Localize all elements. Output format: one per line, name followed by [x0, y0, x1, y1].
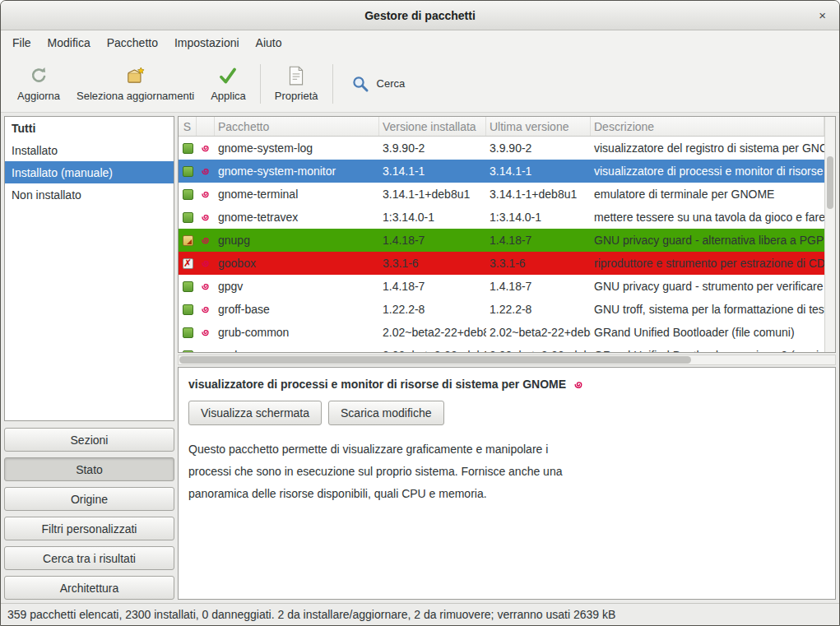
column-header-package[interactable]: Pacchetto — [215, 117, 379, 136]
view-button[interactable]: Origine — [4, 487, 174, 511]
main-content: Tutti Installato Installato (manuale) No… — [1, 113, 839, 603]
window-title: Gestore di pacchetti — [364, 9, 476, 22]
view-button[interactable]: Stato — [4, 457, 174, 481]
package-description: mettere tessere su una tavola da gioco e… — [591, 211, 824, 224]
debian-swirl-icon — [200, 142, 211, 154]
menu-item[interactable]: Modifica — [39, 30, 99, 55]
toolbar: Aggiorna Seleziona aggiornamenti Applica… — [1, 55, 839, 113]
table-row[interactable]: gnome-system-monitor 3.14.1-1 3.14.1-1 v… — [179, 160, 824, 183]
filter-item[interactable]: Tutti — [5, 117, 174, 139]
table-row[interactable]: gnome-terminal 3.14.1-1+deb8u1 3.14.1-1+… — [179, 183, 824, 206]
package-name: gnome-system-monitor — [215, 165, 379, 178]
view-button[interactable]: Filtri personalizzati — [4, 517, 174, 540]
refresh-label: Aggiorna — [17, 90, 60, 102]
table-row[interactable]: gpgv 1.4.18-7 1.4.18-7 GNU privacy guard… — [179, 275, 824, 298]
package-status-icon[interactable] — [183, 281, 193, 292]
table-row[interactable]: goobox 3.3.1-6 3.3.1-6 riproduttore e st… — [179, 252, 824, 275]
table-row[interactable]: grub-common 2.02~beta2-22+deb8u1 2.02~be… — [179, 321, 824, 344]
search-button[interactable]: Cerca — [339, 67, 417, 100]
table-main: S Pacchetto Versione installata Ultima v… — [179, 117, 824, 352]
package-status-icon[interactable] — [183, 166, 193, 177]
package-installed-version: 1.4.18-7 — [379, 280, 486, 293]
menu-item[interactable]: Pacchetto — [99, 30, 166, 55]
package-name: goobox — [215, 257, 379, 270]
view-button-label: Cerca tra i risultati — [43, 552, 136, 565]
description-line: processi che sono in esecuzione sul prop… — [188, 461, 825, 483]
debian-swirl-icon — [200, 234, 211, 246]
debian-swirl-icon — [200, 165, 211, 177]
view-button[interactable]: Cerca tra i risultati — [4, 546, 174, 570]
statusbar: 359 pacchetti elencati, 2300 installati,… — [1, 603, 839, 625]
checkmark-icon — [217, 65, 239, 86]
package-status-icon[interactable] — [183, 189, 193, 200]
mark-upgrades-label: Seleziona aggiornamenti — [77, 90, 194, 102]
menubar: File Modifica Pacchetto Impostazioni Aiu… — [1, 30, 839, 55]
package-upgrade-icon — [125, 65, 146, 86]
package-name: grub-pc — [215, 349, 379, 352]
package-status-icon[interactable] — [183, 327, 193, 338]
package-name: gnome-system-log — [215, 141, 379, 155]
horizontal-scrollbar-thumb[interactable] — [179, 356, 691, 364]
filter-item-label: Tutti — [12, 122, 35, 135]
view-button[interactable]: Sezioni — [4, 428, 174, 452]
filter-item-label: Installato — [12, 144, 58, 157]
package-installed-version: 3.9.90-2 — [379, 141, 486, 155]
menu-item[interactable]: Aiuto — [248, 30, 290, 55]
package-status-icon[interactable] — [183, 350, 193, 353]
vertical-scrollbar[interactable] — [824, 117, 835, 352]
description-line: panoramica delle risorse disponibili, qu… — [188, 483, 825, 505]
package-installed-version: 2.02~beta2-22+deb8u1 — [379, 349, 486, 352]
details-panel: visualizzatore di processi e monitor di … — [178, 367, 836, 600]
package-installed-version: 1.4.18-7 — [379, 234, 486, 247]
filter-item[interactable]: Installato (manuale) — [5, 161, 174, 183]
package-name: gnome-terminal — [215, 188, 379, 201]
mark-upgrades-button[interactable]: Seleziona aggiornamenti — [68, 58, 202, 109]
debian-swirl-icon — [200, 327, 211, 338]
menu-item[interactable]: Impostazioni — [166, 30, 248, 55]
filter-item[interactable]: Non installato — [5, 183, 174, 206]
view-button[interactable]: Architettura — [4, 576, 174, 600]
package-description: emulatore di terminale per GNOME — [591, 188, 824, 201]
package-status-icon[interactable] — [183, 212, 193, 223]
search-label: Cerca — [377, 77, 406, 90]
package-status-icon[interactable] — [183, 258, 193, 269]
apply-label: Applica — [211, 90, 246, 102]
column-header-installed-version[interactable]: Versione installata — [379, 117, 486, 136]
package-status-icon[interactable] — [183, 143, 193, 154]
package-latest-version: 2.02~beta2-22+deb8u1 — [486, 326, 591, 339]
changelog-button[interactable]: Scarica modifiche — [328, 401, 444, 425]
package-name: gnupg — [215, 234, 379, 247]
titlebar[interactable]: Gestore di pacchetti × — [1, 1, 839, 30]
package-latest-version: 2.02~beta2-22+deb8u1 — [486, 349, 591, 352]
table-header: S Pacchetto Versione installata Ultima v… — [179, 117, 824, 137]
filter-list: Tutti Installato Installato (manuale) No… — [4, 116, 174, 421]
menu-item[interactable]: File — [4, 30, 39, 55]
properties-button[interactable]: Proprietà — [267, 58, 327, 109]
package-status-icon[interactable] — [183, 235, 193, 246]
close-button[interactable]: × — [815, 1, 829, 30]
package-latest-version: 1.22.2-8 — [486, 303, 591, 316]
horizontal-scrollbar[interactable] — [178, 355, 836, 365]
vertical-scrollbar-thumb[interactable] — [827, 156, 833, 209]
column-header-latest-version[interactable]: Ultima versione — [486, 117, 591, 136]
table-row[interactable]: grub-pc 2.02~beta2-22+deb8u1 2.02~beta2-… — [179, 344, 824, 352]
column-header-supported[interactable] — [197, 117, 215, 136]
filter-item[interactable]: Installato — [5, 139, 174, 161]
package-installed-version: 3.14.1-1 — [379, 165, 486, 178]
column-header-description[interactable]: Descrizione — [591, 117, 824, 136]
refresh-button[interactable]: Aggiorna — [9, 58, 68, 109]
table-row[interactable]: groff-base 1.22.2-8 1.22.2-8 GNU troff, … — [179, 298, 824, 321]
view-button-label: Architettura — [60, 582, 119, 595]
package-installed-version: 2.02~beta2-22+deb8u1 — [379, 326, 486, 339]
package-latest-version: 3.9.90-2 — [486, 141, 591, 155]
package-description: visualizzatore del registro di sistema p… — [591, 141, 824, 155]
screenshot-button[interactable]: Visualizza schermata — [188, 401, 322, 425]
table-row[interactable]: gnome-tetravex 1:3.14.0-1 1:3.14.0-1 met… — [179, 206, 824, 229]
table-row[interactable]: gnome-system-log 3.9.90-2 3.9.90-2 visua… — [179, 137, 824, 160]
synaptic-window: Gestore di pacchetti × File Modifica Pac… — [0, 0, 840, 626]
status-text: 359 pacchetti elencati, 2300 installati,… — [7, 608, 615, 621]
apply-button[interactable]: Applica — [202, 58, 254, 109]
table-row[interactable]: gnupg 1.4.18-7 1.4.18-7 GNU privacy guar… — [179, 229, 824, 252]
package-status-icon[interactable] — [183, 304, 193, 315]
column-header-status[interactable]: S — [179, 117, 197, 136]
